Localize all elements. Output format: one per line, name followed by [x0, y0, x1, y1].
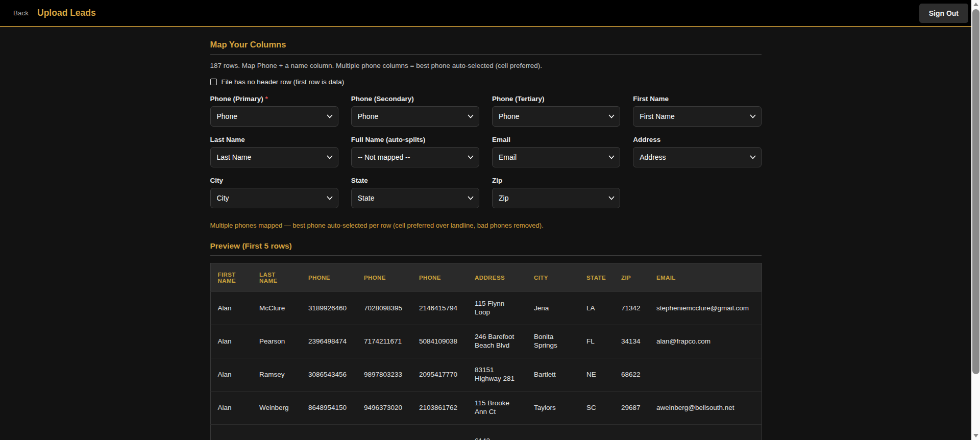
- table-cell: Pearson: [252, 325, 301, 358]
- no-header-checkbox-label[interactable]: File has no header row (first row is dat…: [222, 78, 345, 86]
- table-cell: [649, 425, 762, 440]
- select-first-name[interactable]: First Name: [633, 106, 761, 127]
- select-wrap: Email: [492, 147, 620, 167]
- column-header: ZIP: [614, 263, 649, 292]
- select-phone-tertiary[interactable]: Phone: [492, 106, 620, 127]
- table-cell: 34134: [614, 325, 649, 358]
- column-header: PHONE: [412, 263, 468, 292]
- table-cell: [614, 425, 649, 440]
- field-zip: ZipZip: [492, 177, 620, 208]
- back-link[interactable]: Back: [13, 9, 29, 17]
- field-phone-primary: Phone (Primary) *Phone: [210, 95, 338, 127]
- required-asterisk: *: [263, 95, 268, 103]
- field-state: StateState: [351, 177, 479, 208]
- table-cell: 246 Barefoot Beach Blvd: [468, 325, 527, 358]
- sign-out-button[interactable]: Sign Out: [919, 4, 968, 23]
- select-state[interactable]: State: [351, 188, 479, 208]
- field-label: Address: [633, 136, 761, 143]
- field-label: First Name: [633, 95, 761, 103]
- select-wrap: Address: [633, 147, 761, 167]
- vertical-scrollbar[interactable]: [971, 0, 980, 440]
- field-label: Full Name (auto-splits): [351, 136, 479, 143]
- table-cell: 29687: [614, 392, 649, 425]
- table-cell: 83151 Highway 281: [468, 358, 527, 392]
- table-cell: 7174211671: [357, 325, 412, 358]
- table-cell: [301, 425, 357, 440]
- main-content: Map Your Columns 187 rows. Map Phone + a…: [0, 27, 971, 440]
- top-bar: Back Upload Leads Sign Out: [0, 0, 980, 27]
- table-row: AlanRamsey308654345698978032332095417770…: [210, 358, 762, 392]
- select-last-name[interactable]: Last Name: [210, 147, 338, 167]
- table-cell: [579, 425, 614, 440]
- no-header-checkbox-row: File has no header row (first row is dat…: [210, 78, 762, 86]
- field-last-name: Last NameLast Name: [210, 136, 338, 167]
- table-cell: [357, 425, 412, 440]
- table-cell: 6142: [468, 425, 527, 440]
- field-label: Last Name: [210, 136, 338, 143]
- select-address[interactable]: Address: [633, 147, 761, 167]
- field-full-name-auto-splits: Full Name (auto-splits)-- Not mapped --: [351, 136, 479, 167]
- table-cell: 2146415794: [412, 292, 468, 325]
- field-label-text: First Name: [633, 95, 669, 103]
- column-header: PHONE: [357, 263, 412, 292]
- field-label-text: Zip: [492, 177, 502, 184]
- table-cell: 2103861762: [412, 392, 468, 425]
- table-cell: 9897803233: [357, 358, 412, 392]
- select-zip[interactable]: Zip: [492, 188, 620, 208]
- column-header: EMAIL: [649, 263, 762, 292]
- table-cell: 9496373020: [357, 392, 412, 425]
- table-cell: 2396498474: [301, 325, 357, 358]
- table-cell: 3189926460: [301, 292, 357, 325]
- content-container: Map Your Columns 187 rows. Map Phone + a…: [210, 27, 762, 440]
- table-cell: LA: [579, 292, 614, 325]
- select-email[interactable]: Email: [492, 147, 620, 167]
- field-label-text: Phone (Secondary): [351, 95, 414, 103]
- field-grid: Phone (Primary) *PhonePhone (Secondary)P…: [210, 95, 762, 208]
- table-cell: Jena: [527, 292, 579, 325]
- page-title: Upload Leads: [37, 8, 96, 18]
- field-label: Phone (Secondary): [351, 95, 479, 103]
- select-wrap: Phone: [210, 106, 338, 127]
- preview-heading: Preview (First 5 rows): [210, 241, 762, 256]
- scroll-up-arrow-icon[interactable]: [971, 0, 980, 9]
- table-cell: 115 Brooke Ann Ct: [468, 392, 527, 425]
- table-cell: alan@frapco.com: [649, 325, 762, 358]
- table-cell: [412, 425, 468, 440]
- select-wrap: First Name: [633, 106, 761, 127]
- table-cell: SC: [579, 392, 614, 425]
- table-cell: Alan: [210, 325, 252, 358]
- table-cell: 71342: [614, 292, 649, 325]
- table-cell: aweinberg@bellsouth.net: [649, 392, 762, 425]
- table-body: AlanMcClure31899264607028098395214641579…: [210, 292, 762, 440]
- field-label-text: Phone (Primary): [210, 95, 263, 103]
- rows-summary-text: 187 rows. Map Phone + a name column. Mul…: [210, 62, 762, 69]
- no-header-checkbox[interactable]: [210, 79, 217, 85]
- table-cell: Bonita Springs: [527, 325, 579, 358]
- table-cell: stepheniemcclure@gmail.com: [649, 292, 762, 325]
- table-cell: Alan: [210, 392, 252, 425]
- field-label: State: [351, 177, 479, 184]
- field-label-text: Address: [633, 136, 660, 143]
- field-label-text: State: [351, 177, 368, 184]
- select-phone-secondary[interactable]: Phone: [351, 106, 479, 127]
- table-cell: 8648954150: [301, 392, 357, 425]
- column-header: FIRST NAME: [210, 263, 252, 292]
- scrollbar-thumb[interactable]: [972, 9, 979, 374]
- select-city[interactable]: City: [210, 188, 338, 208]
- select-full-name-auto-splits[interactable]: -- Not mapped --: [351, 147, 479, 167]
- field-label-text: Last Name: [210, 136, 245, 143]
- table-cell: Alan: [210, 358, 252, 392]
- field-city: CityCity: [210, 177, 338, 208]
- scroll-down-arrow-icon[interactable]: [971, 431, 980, 440]
- table-row: AlanMcClure31899264607028098395214641579…: [210, 292, 762, 325]
- field-label: Phone (Tertiary): [492, 95, 620, 103]
- multi-phone-notice: Multiple phones mapped — best phone auto…: [210, 222, 762, 229]
- field-label: Zip: [492, 177, 620, 184]
- field-email: EmailEmail: [492, 136, 620, 167]
- column-header: STATE: [579, 263, 614, 292]
- table-cell: [527, 425, 579, 440]
- column-header: LAST NAME: [252, 263, 301, 292]
- table-cell: 115 Flynn Loop: [468, 292, 527, 325]
- select-phone-primary[interactable]: Phone: [210, 106, 338, 127]
- select-wrap: Last Name: [210, 147, 338, 167]
